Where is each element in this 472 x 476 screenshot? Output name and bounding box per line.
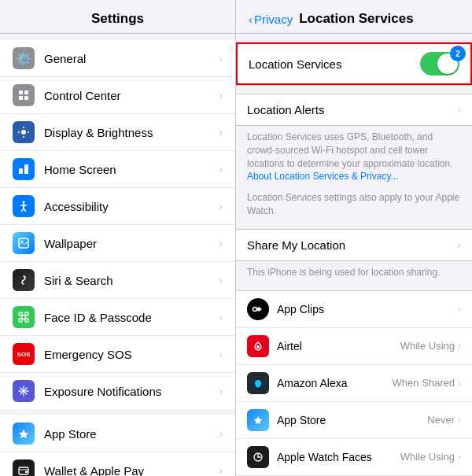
sidebar-item-general[interactable]: ⚙️ General › [0, 40, 235, 77]
app-row-airtel[interactable]: Airtel While Using › [236, 328, 472, 365]
sidebar-item-wallpaper[interactable]: Wallpaper › [0, 225, 235, 262]
airtel-label: Airtel [277, 340, 400, 352]
location-alerts-label: Location Alerts [247, 103, 458, 116]
chevron-icon: › [458, 452, 461, 463]
sidebar-item-exposure[interactable]: Exposure Notifications › [0, 373, 235, 409]
location-alerts-row[interactable]: Location Alerts › [236, 94, 472, 125]
right-header: ‹ Privacy Location Services [236, 0, 472, 34]
chevron-icon: › [458, 415, 461, 426]
chevron-icon: › [458, 304, 461, 315]
siri-label: Siri & Search [44, 274, 219, 287]
control-center-label: Control Center [44, 89, 219, 102]
svg-rect-18 [19, 312, 22, 315]
share-my-location-info: This iPhone is being used for location s… [236, 261, 472, 286]
app-clips-icon [247, 298, 269, 320]
chevron-icon: › [458, 378, 461, 389]
alexa-icon [247, 372, 269, 394]
sidebar-item-emergency[interactable]: SOS Emergency SOS › [0, 336, 235, 373]
toggle-container: 2 [420, 52, 459, 76]
chevron-icon: › [219, 274, 223, 286]
faceid-icon [13, 306, 35, 328]
location-services-section: Location Services 2 [236, 42, 472, 86]
appstore-label: App Store [44, 427, 219, 441]
location-alerts-section: Location Alerts › [236, 94, 472, 126]
home-screen-label: Home Screen [44, 163, 219, 176]
svg-line-15 [24, 208, 26, 212]
sidebar-item-siri[interactable]: Siri & Search › [0, 262, 235, 299]
svg-rect-1 [24, 90, 28, 94]
location-services-info-2: Location Services settings also apply to… [236, 188, 472, 224]
svg-point-11 [23, 201, 25, 204]
svg-rect-3 [24, 96, 28, 100]
settings-bottom-list: App Store › Wallet & Apple Pay › [0, 415, 235, 476]
sidebar-item-wallet[interactable]: Wallet & Apple Pay › [0, 452, 235, 476]
wallpaper-label: Wallpaper [44, 237, 219, 250]
exposure-label: Exposure Notifications [44, 385, 219, 398]
location-services-badge: 2 [450, 46, 466, 61]
awf-status: While Using [400, 451, 455, 463]
sidebar-item-appstore[interactable]: App Store › [0, 415, 235, 452]
svg-rect-16 [19, 238, 28, 248]
control-center-icon [13, 84, 35, 106]
location-services-toggle-row[interactable]: Location Services 2 [236, 42, 472, 85]
general-icon: ⚙️ [13, 47, 35, 69]
app-list-section: App Clips › Airtel While Using › Amazon … [236, 290, 472, 476]
chevron-icon: › [458, 239, 461, 251]
settings-main-list: ⚙️ General › Control Center › Display & … [0, 40, 235, 409]
airtel-status: While Using [400, 340, 455, 352]
faceid-label: Face ID & Passcode [44, 311, 219, 324]
chevron-icon: › [219, 427, 223, 440]
svg-rect-2 [19, 96, 23, 100]
chevron-icon: › [219, 52, 223, 65]
svg-point-4 [21, 130, 26, 135]
sidebar-item-control-center[interactable]: Control Center › [0, 77, 235, 114]
chevron-icon: › [219, 89, 223, 101]
back-label: Privacy [254, 13, 293, 26]
wallpaper-icon [13, 232, 35, 254]
display-label: Display & Brightness [44, 126, 219, 139]
svg-rect-21 [25, 319, 28, 322]
emergency-label: Emergency SOS [44, 348, 219, 361]
app-row-appstore[interactable]: App Store Never › [236, 402, 472, 439]
awf-label: Apple Watch Faces [277, 451, 400, 463]
sidebar-item-accessibility[interactable]: Accessibility › [0, 188, 235, 225]
back-button[interactable]: ‹ Privacy [249, 13, 293, 26]
general-label: General [44, 52, 219, 65]
sidebar-item-display[interactable]: Display & Brightness › [0, 114, 235, 151]
svg-point-22 [22, 315, 26, 319]
sidebar-item-home-screen[interactable]: Home Screen › [0, 151, 235, 188]
appstore-row-label: App Store [277, 414, 427, 426]
accessibility-icon [13, 195, 35, 217]
svg-point-30 [256, 345, 260, 349]
location-services-title: Location Services [299, 11, 414, 27]
location-services-label: Location Services [249, 57, 420, 71]
chevron-icon: › [219, 348, 223, 360]
siri-icon [13, 269, 35, 291]
chevron-icon: › [219, 311, 223, 323]
svg-rect-20 [19, 319, 22, 322]
app-row-awf[interactable]: Apple Watch Faces While Using › [236, 439, 472, 476]
info-link[interactable]: About Location Services & Privacy... [247, 171, 399, 182]
airtel-icon [247, 335, 269, 357]
left-header: Settings [0, 0, 235, 34]
app-clips-label: App Clips [277, 303, 458, 315]
svg-point-31 [255, 380, 261, 386]
chevron-icon: › [219, 200, 223, 212]
svg-rect-10 [24, 164, 28, 174]
back-chevron-icon: ‹ [249, 13, 253, 26]
svg-rect-0 [19, 90, 23, 94]
app-row-alexa[interactable]: Amazon Alexa When Shared › [236, 365, 472, 402]
display-icon [13, 121, 35, 143]
share-my-location-row[interactable]: Share My Location › [236, 230, 472, 260]
settings-sidebar: Settings ⚙️ General › Control Center › D… [0, 0, 236, 476]
settings-title: Settings [91, 11, 144, 26]
sidebar-item-faceid[interactable]: Face ID & Passcode › [0, 299, 235, 336]
wallet-label: Wallet & Apple Pay [44, 464, 219, 476]
svg-rect-9 [19, 168, 23, 174]
chevron-icon: › [219, 464, 223, 476]
awf-icon [247, 446, 269, 468]
svg-point-29 [253, 307, 257, 311]
location-services-info: Location Services uses GPS, Bluetooth, a… [236, 126, 472, 188]
svg-rect-19 [25, 312, 28, 315]
app-row-app-clips[interactable]: App Clips › [236, 291, 472, 328]
